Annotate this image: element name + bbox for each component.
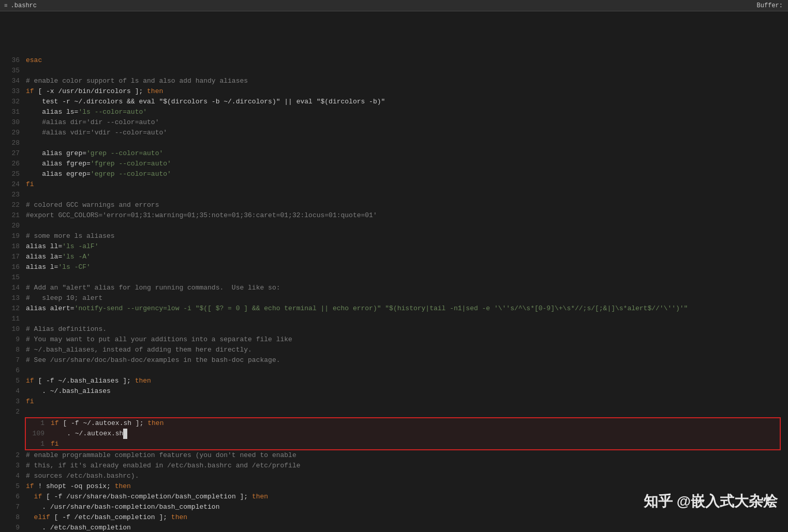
code-segment: . /usr/share/bash-completion/bash_comple… [26, 503, 219, 511]
table-row: 13# sleep 10; alert [2, 293, 786, 303]
code-segment: [ -f ~/.bash_aliases ]; [34, 377, 135, 385]
table-row: 21#export GCC_COLORS='error=01;31:warnin… [2, 210, 786, 221]
code-segment: [ -f ~/.autoex.sh ]; [59, 419, 148, 427]
title-bar-filename: .bashrc [11, 2, 37, 9]
table-row: 8 elif [ -f /etc/bash_completion ]; then [2, 512, 786, 523]
code-segment: if [26, 482, 34, 490]
code-line: elif [ -f /etc/bash_completion ]; then [26, 512, 187, 523]
code-line: # enable programmable completion feature… [26, 450, 296, 461]
line-number: 12 [2, 303, 20, 314]
table-row: 22# colored GCC warnings and errors [2, 200, 786, 210]
code-line: #alias dir='dir --color=auto' [26, 117, 159, 128]
code-line: fi [26, 179, 34, 190]
code-segment: # Add an "alert" alias for long running … [26, 284, 280, 292]
code-segment: 'egrep --color=auto' [91, 170, 171, 178]
code-segment: . ~/.bash_aliases [26, 387, 111, 395]
line-number: 7 [2, 502, 20, 512]
file-icon: ≡ [4, 3, 8, 9]
code-segment: [ -f /etc/bash_completion ]; [50, 513, 171, 521]
code-segment: # sources /etc/bash.bashrc). [26, 472, 139, 480]
table-row: 33if [ -x /usr/bin/dircolors ]; then [2, 86, 786, 97]
code-segment: esac [26, 56, 42, 64]
code-segment: # this, if it's already enabled in /etc/… [26, 462, 301, 469]
line-number: 1 [27, 418, 44, 429]
code-line: if [ -x /usr/bin/dircolors ]; then [26, 86, 163, 97]
code-segment: 'notify-send --urgency=low -i "$([ $? = … [75, 305, 688, 312]
table-row: 9# You may want to put all your addition… [2, 335, 786, 345]
code-line: # ~/.bash_aliases, instead of adding the… [26, 345, 252, 355]
table-row: 20 [2, 221, 786, 231]
code-line: # some more ls aliases [26, 231, 115, 241]
code-segment: [ -f /usr/share/bash-completion/bash_com… [42, 493, 252, 500]
lines-wrapper: 36esac3534# enable color support of ls a… [2, 33, 786, 532]
code-segment: [ -x /usr/bin/dircolors ]; [34, 87, 147, 95]
line-number: 15 [2, 272, 20, 283]
code-segment: then [252, 493, 268, 500]
title-bar: ≡ .bashrc Buffer: [0, 0, 788, 11]
buffer-label: Buffer: [757, 2, 783, 9]
table-row: 9 . /etc/bash_completion [2, 523, 786, 532]
line-number: 3 [2, 461, 20, 471]
code-line: fi [51, 439, 59, 449]
table-row: 25 alias egrep='egrep --color=auto' [2, 169, 786, 179]
table-row: 1if [ -f ~/.autoex.sh ]; then [27, 418, 780, 429]
table-row: 6 [2, 366, 786, 376]
line-number: 28 [2, 138, 20, 148]
code-segment: fi [26, 180, 34, 188]
code-line: # enable color support of ls and also ad… [26, 76, 248, 86]
line-number: 31 [2, 107, 20, 117]
line-number: 109 [27, 429, 44, 439]
code-line: # Add an "alert" alias for long running … [26, 283, 280, 293]
line-number: 27 [2, 148, 20, 159]
code-line: if ! shopt -oq posix; then [26, 481, 131, 492]
code-segment: then [171, 513, 187, 521]
code-line: . /etc/bash_completion [26, 523, 131, 532]
table-row: 14# Add an "alert" alias for long runnin… [2, 283, 786, 293]
code-segment: alias la= [26, 253, 62, 261]
highlighted-block: 1if [ -f ~/.autoex.sh ]; then109 . ~/.au… [25, 417, 781, 450]
line-number: 19 [2, 231, 20, 241]
code-editor[interactable]: 36esac3534# enable color support of ls a… [0, 11, 788, 532]
line-number: 17 [2, 252, 20, 262]
code-segment: # ~/.bash_aliases, instead of adding the… [26, 346, 252, 354]
line-number: 2 [2, 407, 20, 417]
line-number: 25 [2, 169, 20, 179]
table-row: 4 . ~/.bash_aliases [2, 386, 786, 397]
code-segment: alias alert= [26, 305, 75, 312]
line-number: 13 [2, 293, 20, 303]
table-row: 5if [ -f ~/.bash_aliases ]; then [2, 376, 786, 386]
table-row: 32 test -r ~/.dircolors && eval "$(dirco… [2, 97, 786, 107]
table-row: 11 [2, 314, 786, 324]
table-row: 10# Alias definitions. [2, 324, 786, 335]
code-segment: then [147, 419, 163, 427]
code-segment: #export GCC_COLORS='error=01;31:warning=… [26, 211, 377, 219]
code-segment: then [115, 482, 131, 490]
table-row: 4# sources /etc/bash.bashrc). [2, 471, 786, 481]
code-segment: fi [26, 398, 34, 405]
table-row: 3fi [2, 397, 786, 407]
code-line: alias egrep='egrep --color=auto' [26, 169, 171, 179]
table-row: 26 alias fgrep='fgrep --color=auto' [2, 159, 786, 169]
code-segment: if [26, 493, 42, 500]
code-segment: . /etc/bash_completion [26, 524, 131, 531]
table-row: 109 . ~/.autoex.sh [27, 429, 780, 439]
code-segment: # enable programmable completion feature… [26, 451, 296, 459]
line-number: 1 [27, 439, 44, 449]
line-number: 23 [2, 190, 20, 200]
table-row: 7# See /usr/share/doc/bash-doc/examples … [2, 355, 786, 366]
editor-container: 36esac3534# enable color support of ls a… [0, 11, 788, 532]
code-line: alias l='ls -CF' [26, 262, 91, 272]
code-line: . ~/.bash_aliases [26, 386, 111, 397]
line-number: 10 [2, 324, 20, 335]
code-line: # colored GCC warnings and errors [26, 200, 159, 210]
line-number: 21 [2, 210, 20, 221]
line-number: 2 [2, 450, 20, 461]
code-line: if [ -f ~/.bash_aliases ]; then [26, 376, 151, 386]
table-row: 6 if [ -f /usr/share/bash-completion/bas… [2, 492, 786, 502]
table-row: 2# enable programmable completion featur… [2, 450, 786, 461]
table-row: 29 #alias vdir='vdir --color=auto' [2, 128, 786, 138]
code-segment: # sleep 10; alert [26, 294, 102, 302]
code-segment: if [26, 377, 34, 385]
code-segment: 'ls -alF' [62, 242, 98, 250]
code-line: fi [26, 397, 34, 407]
